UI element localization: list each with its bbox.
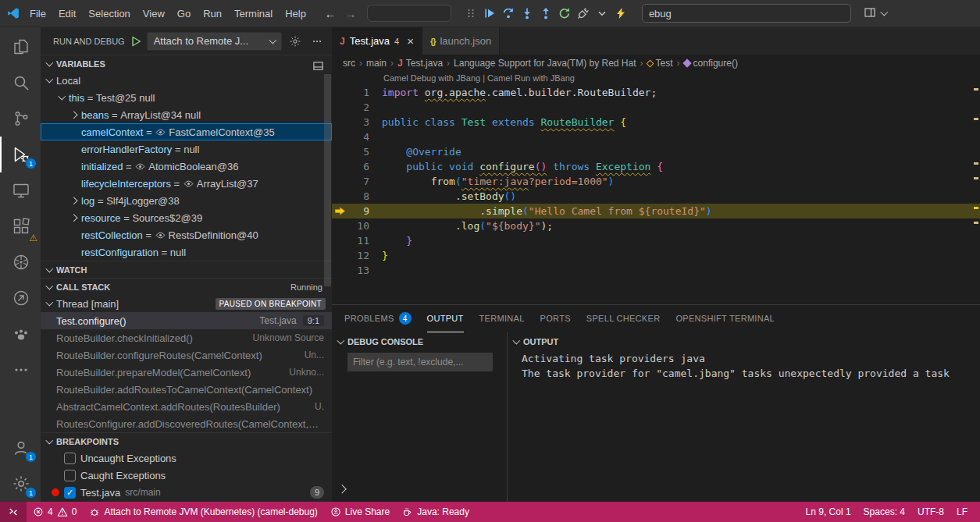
code-line-6[interactable]: 6 public void configure() throws Excepti…: [332, 159, 980, 174]
menu-file[interactable]: File: [23, 5, 52, 22]
gutter-line-8[interactable]: 8: [332, 189, 382, 204]
hot-code-replace-icon[interactable]: [612, 5, 629, 22]
explorer-icon[interactable]: [0, 29, 41, 65]
code-editor[interactable]: Camel Debug with JBang | Camel Run with …: [332, 72, 980, 304]
editor-layout-icon[interactable]: [864, 6, 891, 21]
code-line-3[interactable]: 3public class Test extends RouteBuilder …: [332, 115, 980, 130]
panel-tab-spell-checker[interactable]: SPELL CHECKER: [586, 305, 661, 332]
search-input[interactable]: [642, 4, 851, 23]
panel-tab-output[interactable]: OUTPUT: [427, 305, 464, 332]
tab-Test.java[interactable]: JTest.java4×: [332, 27, 422, 55]
menu-run[interactable]: Run: [197, 5, 228, 22]
eol[interactable]: LF: [950, 502, 974, 522]
variable-row-restCollection[interactable]: restCollection = RestsDefinition@40: [41, 226, 332, 243]
code-line-4[interactable]: 4: [332, 130, 980, 144]
watch-section-header[interactable]: WATCH: [41, 261, 332, 278]
cursor-position[interactable]: Ln 9, Col 1: [800, 502, 857, 522]
menu-view[interactable]: View: [137, 5, 171, 22]
panel-tab-ports[interactable]: PORTS: [540, 305, 571, 332]
code-line-9[interactable]: 9 .simple("Hello Camel from ${routeId}"): [332, 204, 980, 218]
breakpoint-row[interactable]: ✓Test.javasrc/main9: [41, 484, 332, 501]
disconnect-icon[interactable]: [575, 5, 592, 22]
step-out-icon[interactable]: [537, 5, 554, 22]
start-debugging-button[interactable]: [130, 35, 142, 48]
breadcrumb-item[interactable]: JTest.java: [397, 58, 443, 69]
restart-icon[interactable]: [556, 5, 573, 22]
code-line-1[interactable]: 1import org.apache.camel.builder.RouteBu…: [332, 85, 980, 100]
breakpoint-row[interactable]: Uncaught Exceptions: [41, 449, 332, 467]
code-line-13[interactable]: 13: [332, 263, 980, 278]
code-line-5[interactable]: 5 @Override: [332, 144, 980, 159]
source-control-icon[interactable]: [0, 101, 41, 137]
variables-section-header[interactable]: VARIABLES: [41, 55, 332, 72]
gutter-line-6[interactable]: 6: [332, 159, 382, 174]
go-back-icon[interactable]: ←: [322, 7, 339, 20]
variable-row-log[interactable]: log = Slf4jLogger@38: [41, 192, 332, 209]
search-icon[interactable]: [0, 65, 41, 101]
code-line-11[interactable]: 11 }: [332, 233, 980, 248]
menu-help[interactable]: Help: [279, 5, 312, 22]
debug-console-panel-icon[interactable]: [312, 60, 324, 74]
variable-row-restConfiguration[interactable]: restConfiguration = null: [41, 243, 332, 261]
breakpoint-checkbox[interactable]: [64, 470, 76, 481]
breadcrumb-item[interactable]: configure(): [684, 58, 738, 69]
paw-icon[interactable]: [0, 316, 41, 352]
code-line-2[interactable]: 2: [332, 100, 980, 115]
indentation[interactable]: Spaces: 4: [857, 502, 911, 522]
more-actions-icon[interactable]: [308, 33, 326, 50]
code-line-7[interactable]: 7 from("timer:java?period=1000"): [332, 174, 980, 189]
menu-terminal[interactable]: Terminal: [228, 5, 279, 22]
menu-go[interactable]: Go: [171, 5, 197, 22]
eye-icon[interactable]: [155, 230, 166, 240]
chevron-down-icon[interactable]: [593, 5, 611, 22]
call-stack-section-header[interactable]: CALL STACK Running: [41, 278, 332, 295]
panel-tab-terminal[interactable]: TERMINAL: [479, 305, 525, 332]
remote-indicator[interactable]: [0, 502, 27, 522]
variable-row-this[interactable]: this = Test@25 null: [41, 89, 332, 106]
debug-gear-icon[interactable]: [287, 33, 304, 50]
debug-status[interactable]: Attach to Remote JVM (Kubernetes) (camel…: [83, 502, 323, 522]
more-icon[interactable]: [0, 352, 41, 388]
debug-console-filter-input[interactable]: [347, 353, 493, 371]
launch-config-select[interactable]: Attach to Remote J...: [147, 32, 282, 51]
gutter-line-12[interactable]: 12: [332, 248, 382, 263]
java-status[interactable]: Java: Ready: [396, 502, 476, 522]
debug-console-header[interactable]: DEBUG CONSOLE: [332, 332, 507, 351]
encoding[interactable]: UTF-8: [911, 502, 950, 522]
extensions-icon[interactable]: ⚠: [0, 208, 41, 244]
go-forward-icon[interactable]: →: [342, 7, 359, 20]
gutter-line-13[interactable]: 13: [332, 263, 382, 278]
variable-row-initialized[interactable]: initialized = AtomicBoolean@36: [41, 158, 332, 175]
sidebar-scrollbar[interactable]: [324, 74, 331, 286]
gutter-line-11[interactable]: 11: [332, 233, 382, 248]
breadcrumb-item[interactable]: Test: [647, 58, 673, 69]
breakpoint-checkbox[interactable]: [64, 453, 76, 464]
stack-frame[interactable]: AbstractCamelContext.addRoutes(RoutesBui…: [41, 398, 332, 415]
breadcrumb-item[interactable]: Language Support for Java(TM) by Red Hat: [454, 58, 636, 69]
panel-tab-problems[interactable]: PROBLEMS4: [344, 305, 412, 332]
breadcrumb-item[interactable]: main: [366, 58, 387, 69]
menu-selection[interactable]: Selection: [82, 5, 136, 22]
settings-gear-icon[interactable]: 1: [0, 466, 41, 502]
variable-row-lifecycleInterceptors[interactable]: lifecycleInterceptors = ArrayList@37: [41, 175, 332, 192]
stack-frame[interactable]: Test.configure()Test.java9:1: [41, 312, 332, 329]
breakpoint-checkbox[interactable]: ✓: [64, 487, 76, 499]
stack-frame[interactable]: RouteBuilder.checkInitialized()Unknown S…: [41, 329, 332, 346]
stack-frame[interactable]: RoutesConfigurer.addDiscoveredRoutes(Cam…: [41, 415, 332, 432]
output-header[interactable]: OUTPUT: [508, 332, 980, 351]
code-line-10[interactable]: 10 .log("${body}");: [332, 218, 980, 233]
step-over-icon[interactable]: [500, 5, 517, 22]
kubernetes-icon[interactable]: [0, 244, 41, 280]
code-line-8[interactable]: 8 .setBody(): [332, 189, 980, 204]
gutter-line-2[interactable]: 2: [332, 100, 382, 115]
remote-explorer-icon[interactable]: [0, 172, 41, 208]
command-center[interactable]: [367, 5, 451, 22]
variable-row-resource[interactable]: resource = Sources$2@39: [41, 209, 332, 226]
variable-row-Local[interactable]: Local: [41, 72, 332, 89]
accounts-icon[interactable]: 1: [0, 430, 41, 466]
thread-row[interactable]: Thread [main] PAUSED ON BREAKPOINT: [41, 295, 332, 312]
share-icon[interactable]: [0, 280, 41, 316]
step-into-icon[interactable]: [519, 5, 536, 22]
gutter-line-3[interactable]: 3: [332, 115, 382, 130]
breakpoints-section-header[interactable]: BREAKPOINTS: [41, 432, 332, 449]
